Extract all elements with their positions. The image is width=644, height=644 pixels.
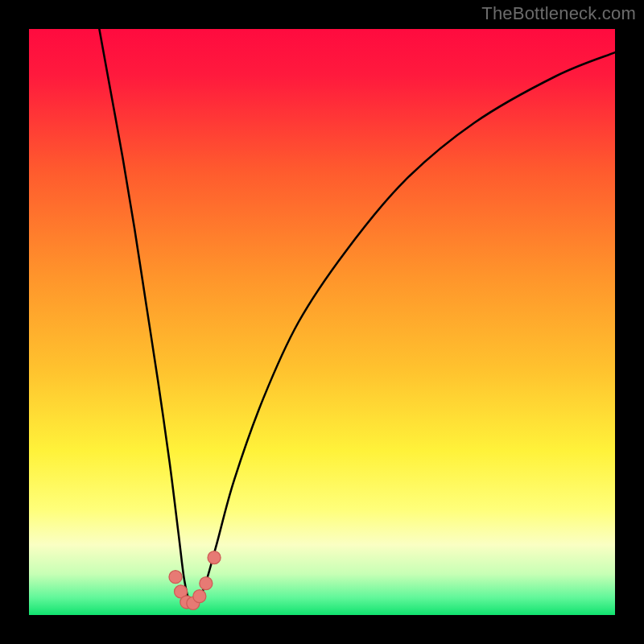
plot-area (29, 29, 615, 615)
watermark-text: TheBottleneck.com (481, 3, 636, 24)
curve-marker (200, 577, 213, 590)
curve-marker (193, 590, 206, 603)
bottleneck-curve (99, 29, 615, 606)
curve-layer (29, 29, 615, 615)
chart-root: TheBottleneck.com (0, 0, 644, 644)
curve-markers (169, 551, 221, 610)
curve-marker (208, 551, 221, 564)
curve-marker (169, 571, 182, 584)
